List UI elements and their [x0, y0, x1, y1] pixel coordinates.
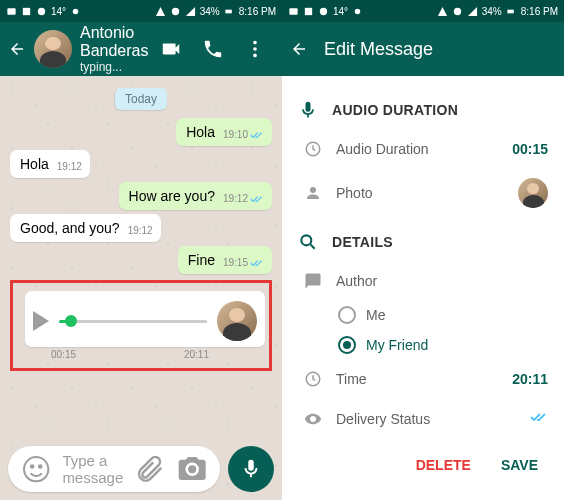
voice-message[interactable]: [25, 291, 265, 347]
voice-sender-avatar: [217, 301, 257, 341]
svg-point-14: [454, 7, 461, 14]
message-in[interactable]: Hola19:12: [10, 150, 272, 178]
message-input[interactable]: Type a message: [8, 446, 220, 492]
edit-title: Edit Message: [324, 39, 433, 60]
message-out[interactable]: Hola19:10: [10, 118, 272, 146]
status-bar: 14° 34% 8:16 PM: [0, 0, 282, 22]
eye-icon: [304, 410, 322, 428]
save-button[interactable]: SAVE: [501, 457, 538, 473]
voice-seek-bar[interactable]: [59, 320, 207, 323]
svg-point-7: [253, 54, 257, 58]
menu-icon[interactable]: [244, 38, 266, 60]
status-bar: 14° 34% 8:16 PM: [282, 0, 564, 22]
input-placeholder: Type a message: [62, 452, 123, 486]
row-author: Author: [298, 262, 548, 300]
chat-header: Antonio Banderas typing...: [0, 22, 282, 76]
svg-point-2: [73, 8, 79, 14]
edit-panel: AUDIO DURATION Audio Duration 00:15 Phot…: [282, 76, 564, 500]
author-options: Me My Friend: [298, 300, 548, 360]
message-in[interactable]: Good, and you?19:12: [10, 214, 272, 242]
mic-icon: [298, 100, 318, 120]
emoji-icon[interactable]: [20, 453, 52, 485]
radio-me[interactable]: Me: [338, 300, 548, 330]
message-out[interactable]: Fine19:15: [10, 246, 272, 274]
voice-call-icon[interactable]: [202, 38, 224, 60]
clock-icon: [304, 140, 322, 158]
svg-point-13: [355, 8, 361, 14]
row-audio-duration[interactable]: Audio Duration 00:15: [298, 130, 548, 168]
contact-avatar[interactable]: [34, 30, 72, 68]
svg-rect-4: [225, 9, 231, 13]
back-icon[interactable]: [290, 40, 308, 58]
row-photo[interactable]: Photo: [298, 168, 548, 218]
voice-total: 20:11: [184, 349, 209, 360]
svg-rect-0: [7, 8, 15, 14]
chat-area: Today Hola19:10 Hola19:12 How are you?19…: [0, 76, 282, 500]
delete-button[interactable]: DELETE: [416, 457, 471, 473]
back-icon[interactable]: [8, 40, 26, 58]
section-details: DETAILS: [298, 232, 548, 252]
svg-rect-15: [507, 9, 513, 13]
voice-message-highlight: 00:15 20:11: [10, 280, 272, 371]
svg-point-17: [301, 235, 311, 245]
person-icon: [304, 184, 322, 202]
clock-icon: [304, 370, 322, 388]
contact-name: Antonio Banderas: [80, 24, 152, 60]
attach-icon[interactable]: [133, 453, 165, 485]
mic-button[interactable]: [228, 446, 274, 492]
svg-point-12: [320, 7, 327, 14]
row-delivery[interactable]: Delivery Status: [298, 398, 548, 439]
edit-footer: DELETE SAVE: [298, 439, 548, 483]
camera-icon[interactable]: [176, 453, 208, 485]
edit-message-screen: 14° 34% 8:16 PM Edit Message AUDIO DURAT…: [282, 0, 564, 500]
play-icon[interactable]: [33, 311, 49, 331]
svg-rect-11: [289, 8, 297, 14]
search-icon: [298, 232, 318, 252]
message-out[interactable]: How are you?19:12: [10, 182, 272, 210]
svg-point-6: [253, 47, 257, 51]
svg-point-1: [38, 7, 45, 14]
radio-friend[interactable]: My Friend: [338, 330, 548, 360]
voice-elapsed: 00:15: [51, 349, 76, 360]
date-pill: Today: [115, 88, 167, 110]
section-audio: AUDIO DURATION: [298, 100, 548, 120]
svg-point-10: [39, 465, 42, 468]
svg-point-5: [253, 41, 257, 45]
input-bar: Type a message: [8, 446, 274, 492]
svg-point-9: [31, 465, 34, 468]
svg-point-8: [24, 457, 48, 481]
photo-avatar: [518, 178, 548, 208]
row-time[interactable]: Time 20:11: [298, 360, 548, 398]
edit-header: Edit Message: [282, 22, 564, 76]
typing-indicator: typing...: [80, 60, 152, 74]
whatsapp-chat-screen: 14° 34% 8:16 PM Antonio Banderas typing.…: [0, 0, 282, 500]
chat-icon: [304, 272, 322, 290]
svg-point-3: [172, 7, 179, 14]
contact-info[interactable]: Antonio Banderas typing...: [80, 24, 152, 74]
video-call-icon[interactable]: [160, 38, 182, 60]
